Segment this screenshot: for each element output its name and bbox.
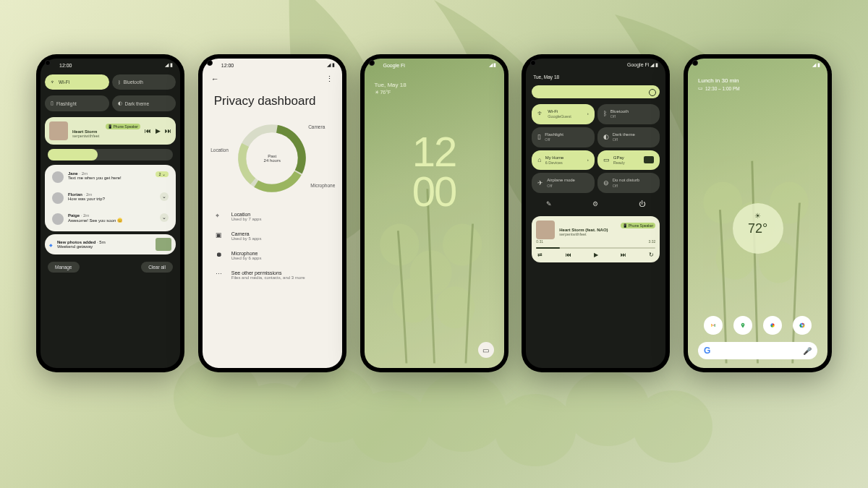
next-icon[interactable]: ⏭ [165, 127, 171, 134]
qs-label: Flashlight [56, 101, 77, 106]
tile-name: Do not disturb [613, 178, 639, 183]
home-icon: ⌂ [537, 156, 541, 164]
manage-button[interactable]: Manage [48, 262, 80, 273]
wifi-icon: ᯤ [51, 80, 56, 85]
qs-label: Wi-Fi [59, 80, 69, 85]
lockscreen-date: Tue, May 18 [365, 72, 504, 88]
permission-row-other[interactable]: ⋯See other permissionsFiles and media, c… [203, 265, 342, 285]
perm-sub: Used by 5 apps [231, 236, 262, 241]
tile-name: Flashlight [545, 132, 563, 137]
search-bar[interactable]: G 🎤 [698, 342, 817, 359]
permission-row-camera[interactable]: ▣CameraUsed by 5 apps [203, 226, 342, 246]
clear-all-button[interactable]: Clear all [141, 262, 173, 273]
qs-flashlight-tile[interactable]: ▯Flashlight [45, 95, 109, 111]
tile-sub: Off [547, 184, 575, 189]
at-a-glance-widget[interactable]: Lunch in 30 min ▭12:30 – 1:00 PM [688, 72, 827, 91]
glance-title: Lunch in 30 min [698, 77, 817, 84]
tile-name: Bluetooth [610, 109, 629, 114]
darktheme-icon: ◐ [118, 100, 122, 106]
sun-icon: ☀ [754, 212, 761, 220]
chart-label-camera: Camera [308, 124, 325, 129]
tile-name: My Home [545, 155, 564, 160]
chevron-right-icon: › [587, 111, 589, 116]
media-card[interactable]: 📱 Phone SpeakerHeart Storm (feat. NAO)se… [532, 216, 660, 262]
tile-name: Dark theme [613, 132, 635, 137]
brightness-slider[interactable] [48, 149, 173, 160]
qs-label: Dark theme [125, 101, 150, 106]
album-art [49, 121, 68, 140]
notification-item[interactable]: Florian · 2mHow was your trip? ⌄ [48, 189, 173, 207]
qs-home-tile[interactable]: ⌂My Home6 Devices› [532, 150, 595, 171]
dnd-icon: ⊖ [603, 179, 609, 187]
svg-point-26 [801, 325, 803, 326]
tile-sub: Off [613, 184, 639, 189]
mic-icon[interactable]: 🎤 [803, 347, 812, 355]
calendar-icon: ▭ [698, 85, 703, 91]
permission-row-location[interactable]: ⌖LocationUsed by 7 apps [203, 207, 342, 226]
status-bar: 12:00 ◢ ▮ [203, 59, 342, 72]
perm-name: See other permissions [231, 270, 305, 275]
prev-icon[interactable]: ⏮ [145, 127, 151, 134]
output-device-chip[interactable]: 📱 Phone Speaker [106, 124, 140, 129]
brightness-slider[interactable] [532, 85, 660, 98]
notif-text: Weekend getaway [57, 244, 93, 249]
shuffle-icon[interactable]: ⇄ [537, 252, 542, 258]
qs-airplane-tile[interactable]: ✈Airplane modeOff [532, 173, 595, 193]
permission-row-microphone[interactable]: ⏺MicrophoneUsed by 6 apps [203, 246, 342, 265]
notification-item[interactable]: ◆ New photos added · 5mWeekend getaway [45, 234, 176, 254]
airplane-icon: ✈ [537, 179, 543, 187]
page-title: Privacy dashboard [203, 87, 342, 119]
edit-icon[interactable]: ✎ [546, 200, 552, 207]
settings-icon[interactable]: ⚙ [592, 200, 598, 207]
media-progress[interactable] [536, 247, 655, 249]
notif-text: Text me when you get here! [68, 176, 122, 180]
chart-center-bottom: 24 hours [264, 158, 281, 163]
play-icon[interactable]: ▶ [156, 127, 161, 134]
qs-darktheme-tile[interactable]: ◐Dark theme [112, 95, 176, 111]
qs-wifi-tile[interactable]: ᯤWi-Fi [45, 74, 109, 90]
notif-sender: Paige [68, 213, 80, 218]
status-bar: Google Fi ◢ ▮ [526, 59, 665, 72]
overflow-icon[interactable]: ⋮ [326, 74, 333, 84]
media-total: 3:32 [649, 239, 656, 244]
back-icon[interactable]: ← [211, 74, 219, 84]
avatar [52, 213, 64, 225]
darktheme-icon: ◐ [603, 133, 609, 141]
qs-darktheme-tile[interactable]: ◐Dark themeOff [597, 127, 660, 147]
chevron-down-icon[interactable]: ⌄ [160, 213, 169, 222]
chrome-app-icon[interactable] [793, 316, 812, 335]
chart-label-microphone: Microphone [310, 183, 335, 188]
notification-item[interactable]: Paige · 2mAwesome! See you soon 😊 ⌄ [48, 210, 173, 228]
camera-icon: ▣ [216, 231, 224, 239]
camera-hole-icon [692, 60, 698, 66]
qs-bluetooth-tile[interactable]: ᛒBluetoothOff [597, 104, 660, 124]
media-card[interactable]: 📱 Phone Speaker Heart Storm serpentwithf… [45, 117, 176, 145]
play-icon[interactable]: ▶ [594, 252, 598, 258]
weather-widget[interactable]: ☀ 72° [733, 203, 783, 254]
next-icon[interactable]: ⏭ [621, 252, 626, 258]
tile-sub: Ready [613, 160, 625, 166]
output-device-chip[interactable]: 📱 Phone Speaker [621, 223, 655, 228]
perm-sub: Files and media, contacts, and 3 more [231, 275, 305, 280]
power-icon[interactable]: ⏻ [639, 200, 645, 207]
chevron-down-icon[interactable]: ⌄ [160, 192, 169, 201]
qs-dnd-tile[interactable]: ⊖Do not disturbOff [597, 173, 660, 193]
photos-app-icon[interactable] [763, 316, 782, 335]
notif-text: Awesome! See you soon 😊 [68, 218, 122, 223]
wallet-fab[interactable]: ▭ [478, 342, 494, 358]
qs-flashlight-tile[interactable]: ▯FlashlightOff [532, 127, 595, 147]
maps-app-icon[interactable] [733, 316, 752, 335]
svg-point-14 [443, 223, 482, 265]
prev-icon[interactable]: ⏮ [566, 252, 571, 258]
qs-bluetooth-tile[interactable]: ᛒBluetooth [112, 74, 176, 90]
gmail-app-icon[interactable] [704, 316, 723, 335]
qs-wifi-tile[interactable]: ᯤWi-FiGoogleGuest› [532, 104, 595, 124]
lockscreen-weather: ☀ 76°F [365, 88, 504, 97]
avatar [52, 192, 64, 204]
qs-gpay-tile[interactable]: ▭GPayReady [597, 150, 660, 171]
repeat-icon[interactable]: ↻ [649, 252, 654, 258]
svg-point-4 [420, 372, 506, 452]
phone-homescreen: ◢ ▮ Lunch in 30 min ▭12:30 – 1:00 PM ☀ 7… [684, 54, 832, 372]
perm-sub: Used by 6 apps [231, 256, 262, 260]
notification-item[interactable]: Jane · 2mText me when you get here! 2 ⌄ [48, 168, 173, 187]
